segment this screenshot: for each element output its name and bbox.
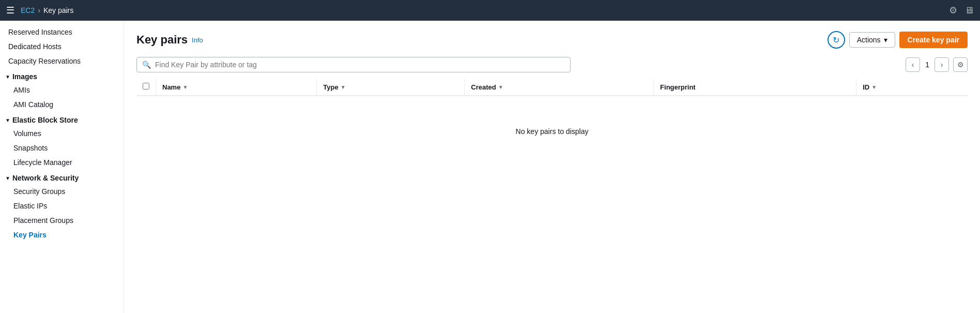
sidebar-item-placement-groups[interactable]: Placement Groups bbox=[0, 213, 124, 228]
sidebar: Reserved Instances Dedicated Hosts Capac… bbox=[0, 21, 124, 313]
col-name-sort-icon: ▼ bbox=[182, 84, 188, 90]
sidebar-item-capacity-reservations[interactable]: Capacity Reservations bbox=[0, 54, 124, 68]
hamburger-icon[interactable]: ☰ bbox=[6, 5, 14, 16]
actions-label: Actions bbox=[857, 36, 881, 44]
top-bar-right: ⚙ 🖥 bbox=[949, 5, 974, 16]
prev-page-button[interactable]: ‹ bbox=[906, 57, 920, 72]
col-fingerprint-label: Fingerprint bbox=[660, 83, 696, 91]
page-header: Key pairs Info ↻ Actions ▾ Create key pa… bbox=[136, 31, 968, 49]
col-fingerprint: Fingerprint bbox=[654, 79, 856, 96]
sidebar-section-ebs[interactable]: ▼ Elastic Block Store bbox=[0, 112, 124, 126]
next-page-button[interactable]: › bbox=[935, 57, 949, 72]
sidebar-section-ebs-label: Elastic Block Store bbox=[12, 116, 78, 124]
search-icon: 🔍 bbox=[142, 61, 151, 69]
select-all-column bbox=[136, 79, 156, 96]
sidebar-item-snapshots[interactable]: Snapshots bbox=[0, 141, 124, 155]
network-security-chevron-icon: ▼ bbox=[5, 175, 10, 181]
col-created-sort-icon: ▼ bbox=[498, 84, 503, 90]
breadcrumb-current: Key pairs bbox=[43, 6, 73, 14]
sidebar-item-dedicated-hosts[interactable]: Dedicated Hosts bbox=[0, 39, 124, 54]
refresh-button[interactable]: ↻ bbox=[828, 31, 845, 49]
create-key-pair-button[interactable]: Create key pair bbox=[899, 32, 968, 48]
sidebar-section-network-label: Network & Security bbox=[12, 174, 79, 182]
sidebar-item-ami-catalog[interactable]: AMI Catalog bbox=[0, 97, 124, 112]
search-input[interactable] bbox=[155, 61, 565, 69]
search-row: 🔍 ‹ 1 › ⚙ bbox=[136, 57, 968, 72]
col-type-sort-icon: ▼ bbox=[341, 84, 346, 90]
col-id-sort-icon: ▼ bbox=[871, 84, 877, 90]
actions-chevron-icon: ▾ bbox=[884, 36, 887, 44]
sidebar-item-amis[interactable]: AMIs bbox=[0, 83, 124, 97]
column-settings-button[interactable]: ⚙ bbox=[953, 57, 968, 72]
page-title-group: Key pairs Info bbox=[136, 33, 203, 47]
breadcrumb: EC2 › Key pairs bbox=[21, 6, 73, 14]
key-pairs-table: Name ▼ Type ▼ Created ▼ bbox=[136, 79, 968, 167]
main-layout: Reserved Instances Dedicated Hosts Capac… bbox=[0, 21, 980, 313]
sidebar-item-key-pairs[interactable]: Key Pairs bbox=[0, 228, 124, 242]
col-name-label: Name bbox=[162, 83, 180, 91]
top-bar-left: ☰ EC2 › Key pairs bbox=[6, 5, 73, 16]
sidebar-section-images-label: Images bbox=[12, 72, 37, 81]
page-title: Key pairs bbox=[136, 33, 188, 47]
col-id-label: ID bbox=[863, 83, 869, 91]
col-created[interactable]: Created ▼ bbox=[465, 79, 654, 96]
monitor-icon[interactable]: 🖥 bbox=[964, 5, 974, 16]
col-type[interactable]: Type ▼ bbox=[317, 79, 465, 96]
main-content: Key pairs Info ↻ Actions ▾ Create key pa… bbox=[124, 21, 980, 313]
images-chevron-icon: ▼ bbox=[5, 74, 10, 80]
sidebar-item-elastic-ips[interactable]: Elastic IPs bbox=[0, 199, 124, 213]
col-created-label: Created bbox=[471, 83, 496, 91]
sidebar-section-images[interactable]: ▼ Images bbox=[0, 68, 124, 83]
col-id[interactable]: ID ▼ bbox=[856, 79, 968, 96]
search-box[interactable]: 🔍 bbox=[136, 57, 571, 72]
sidebar-item-security-groups[interactable]: Security Groups bbox=[0, 184, 124, 199]
col-type-label: Type bbox=[323, 83, 338, 91]
actions-button[interactable]: Actions ▾ bbox=[849, 32, 895, 48]
settings-icon[interactable]: ⚙ bbox=[949, 5, 957, 16]
empty-state-message: No key pairs to display bbox=[136, 96, 968, 167]
breadcrumb-separator: › bbox=[38, 6, 40, 14]
sidebar-section-network-security[interactable]: ▼ Network & Security bbox=[0, 170, 124, 184]
sidebar-item-volumes[interactable]: Volumes bbox=[0, 126, 124, 141]
sidebar-item-lifecycle-manager[interactable]: Lifecycle Manager bbox=[0, 155, 124, 170]
pagination-controls: ‹ 1 › ⚙ bbox=[906, 57, 968, 72]
select-all-checkbox[interactable] bbox=[143, 83, 149, 90]
breadcrumb-ec2-link[interactable]: EC2 bbox=[21, 6, 35, 14]
page-number: 1 bbox=[922, 61, 932, 69]
col-name[interactable]: Name ▼ bbox=[156, 79, 317, 96]
header-actions: ↻ Actions ▾ Create key pair bbox=[828, 31, 968, 49]
ebs-chevron-icon: ▼ bbox=[5, 117, 10, 123]
info-link[interactable]: Info bbox=[192, 36, 203, 44]
top-navigation-bar: ☰ EC2 › Key pairs ⚙ 🖥 bbox=[0, 0, 980, 21]
sidebar-item-reserved-instances[interactable]: Reserved Instances bbox=[0, 25, 124, 39]
